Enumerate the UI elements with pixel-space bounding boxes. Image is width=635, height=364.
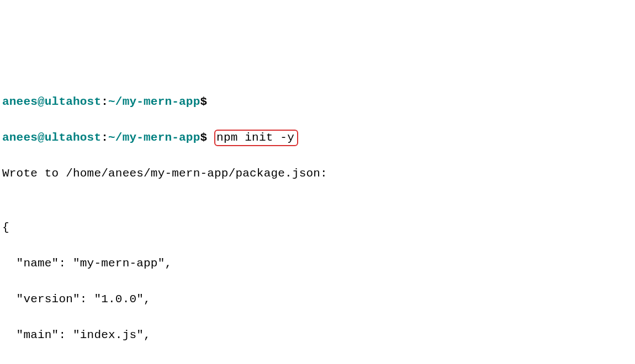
terminal-window[interactable]: anees@ultahost:~/my-mern-app$ anees@ulta… bbox=[2, 75, 633, 364]
prompt-line-1: anees@ultahost:~/my-mern-app$ bbox=[2, 93, 633, 111]
prompt-line-2: anees@ultahost:~/my-mern-app$ npm init -… bbox=[2, 129, 633, 147]
command-highlight: npm init -y bbox=[214, 130, 298, 146]
prompt-colon: : bbox=[101, 131, 108, 144]
prompt-colon: : bbox=[101, 95, 108, 108]
prompt-user: anees@ultahost bbox=[2, 131, 101, 144]
command-text: npm init -y bbox=[216, 131, 294, 144]
output-version: "version": "1.0.0", bbox=[2, 291, 633, 309]
prompt-user: anees@ultahost bbox=[2, 95, 101, 108]
output-wrote: Wrote to /home/anees/my-mern-app/package… bbox=[2, 165, 633, 183]
output-main: "main": "index.js", bbox=[2, 326, 633, 345]
output-json-open: { bbox=[2, 219, 633, 237]
prompt-dollar: $ bbox=[200, 95, 207, 108]
prompt-path: ~/my-mern-app bbox=[108, 131, 200, 144]
prompt-path: ~/my-mern-app bbox=[108, 95, 200, 108]
prompt-dollar: $ bbox=[200, 131, 207, 144]
output-name: "name": "my-mern-app", bbox=[2, 255, 633, 273]
